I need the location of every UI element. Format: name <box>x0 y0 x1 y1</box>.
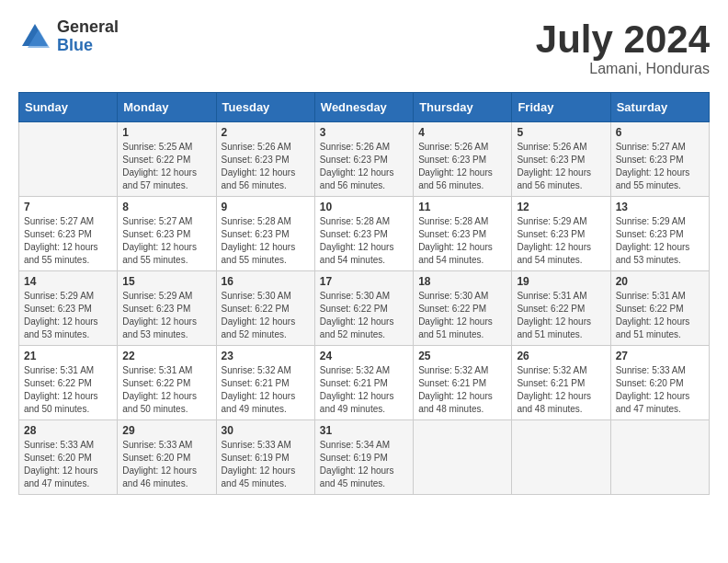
day-number: 15 <box>122 275 210 288</box>
cell-info: Sunrise: 5:31 AM Sunset: 6:22 PM Dayligh… <box>517 290 605 341</box>
cell-info: Sunrise: 5:31 AM Sunset: 6:22 PM Dayligh… <box>616 290 704 341</box>
calendar-cell: 12Sunrise: 5:29 AM Sunset: 6:23 PM Dayli… <box>512 197 610 271</box>
week-row: 14Sunrise: 5:29 AM Sunset: 6:23 PM Dayli… <box>19 271 710 346</box>
day-number: 8 <box>122 201 210 213</box>
day-number: 2 <box>222 126 310 139</box>
day-number: 25 <box>418 350 506 362</box>
cell-info: Sunrise: 5:27 AM Sunset: 6:23 PM Dayligh… <box>616 141 704 192</box>
week-row: 28Sunrise: 5:33 AM Sunset: 6:20 PM Dayli… <box>19 420 710 495</box>
cell-info: Sunrise: 5:29 AM Sunset: 6:23 PM Dayligh… <box>122 290 210 341</box>
day-number: 9 <box>222 201 310 213</box>
logo-blue: Blue <box>57 37 119 55</box>
cell-info: Sunrise: 5:32 AM Sunset: 6:21 PM Dayligh… <box>418 364 506 416</box>
calendar-cell: 27Sunrise: 5:33 AM Sunset: 6:20 PM Dayli… <box>610 346 709 420</box>
day-number: 14 <box>24 275 112 288</box>
day-number: 18 <box>418 275 506 288</box>
calendar-cell: 15Sunrise: 5:29 AM Sunset: 6:23 PM Dayli… <box>118 271 216 346</box>
cell-info: Sunrise: 5:32 AM Sunset: 6:21 PM Dayligh… <box>222 364 310 416</box>
cell-info: Sunrise: 5:30 AM Sunset: 6:22 PM Dayligh… <box>320 290 408 341</box>
calendar-cell: 1Sunrise: 5:25 AM Sunset: 6:22 PM Daylig… <box>118 122 216 197</box>
cell-info: Sunrise: 5:34 AM Sunset: 6:19 PM Dayligh… <box>320 439 408 490</box>
calendar-cell: 7Sunrise: 5:27 AM Sunset: 6:23 PM Daylig… <box>19 197 118 271</box>
calendar-cell: 18Sunrise: 5:30 AM Sunset: 6:22 PM Dayli… <box>414 271 512 346</box>
title-area: July 2024 Lamani, Honduras <box>536 18 710 77</box>
day-number: 28 <box>24 424 112 437</box>
logo-text: General Blue <box>57 18 119 55</box>
cell-info: Sunrise: 5:27 AM Sunset: 6:23 PM Dayligh… <box>24 215 112 267</box>
calendar-cell: 25Sunrise: 5:32 AM Sunset: 6:21 PM Dayli… <box>414 346 512 420</box>
calendar-table: SundayMondayTuesdayWednesdayThursdayFrid… <box>18 92 710 495</box>
cell-info: Sunrise: 5:33 AM Sunset: 6:20 PM Dayligh… <box>616 364 704 416</box>
week-row: 7Sunrise: 5:27 AM Sunset: 6:23 PM Daylig… <box>19 197 710 271</box>
calendar-cell: 4Sunrise: 5:26 AM Sunset: 6:23 PM Daylig… <box>414 122 512 197</box>
day-number: 1 <box>122 126 210 139</box>
logo-general: General <box>57 18 119 37</box>
calendar-cell: 26Sunrise: 5:32 AM Sunset: 6:21 PM Dayli… <box>512 346 610 420</box>
header: General Blue July 2024 Lamani, Honduras <box>18 18 710 77</box>
header-cell-thursday: Thursday <box>414 93 512 122</box>
cell-info: Sunrise: 5:29 AM Sunset: 6:23 PM Dayligh… <box>24 290 112 341</box>
cell-info: Sunrise: 5:26 AM Sunset: 6:23 PM Dayligh… <box>320 141 408 192</box>
location-subtitle: Lamani, Honduras <box>536 61 710 77</box>
calendar-cell: 19Sunrise: 5:31 AM Sunset: 6:22 PM Dayli… <box>512 271 610 346</box>
day-number: 19 <box>517 275 605 288</box>
day-number: 6 <box>616 126 704 139</box>
cell-info: Sunrise: 5:25 AM Sunset: 6:22 PM Dayligh… <box>122 141 210 192</box>
calendar-cell: 24Sunrise: 5:32 AM Sunset: 6:21 PM Dayli… <box>314 346 413 420</box>
cell-info: Sunrise: 5:33 AM Sunset: 6:20 PM Dayligh… <box>24 439 112 490</box>
cell-info: Sunrise: 5:30 AM Sunset: 6:22 PM Dayligh… <box>418 290 506 341</box>
day-number: 21 <box>24 350 112 362</box>
calendar-cell: 17Sunrise: 5:30 AM Sunset: 6:22 PM Dayli… <box>314 271 413 346</box>
calendar-cell: 29Sunrise: 5:33 AM Sunset: 6:20 PM Dayli… <box>118 420 216 495</box>
day-number: 12 <box>517 201 605 213</box>
header-cell-tuesday: Tuesday <box>216 93 314 122</box>
calendar-cell: 9Sunrise: 5:28 AM Sunset: 6:23 PM Daylig… <box>216 197 314 271</box>
week-row: 1Sunrise: 5:25 AM Sunset: 6:22 PM Daylig… <box>19 122 710 197</box>
calendar-cell: 10Sunrise: 5:28 AM Sunset: 6:23 PM Dayli… <box>314 197 413 271</box>
cell-info: Sunrise: 5:31 AM Sunset: 6:22 PM Dayligh… <box>122 364 210 416</box>
day-number: 23 <box>222 350 310 362</box>
day-number: 4 <box>418 126 506 139</box>
day-number: 20 <box>616 275 704 288</box>
cell-info: Sunrise: 5:26 AM Sunset: 6:23 PM Dayligh… <box>418 141 506 192</box>
cell-info: Sunrise: 5:32 AM Sunset: 6:21 PM Dayligh… <box>517 364 605 416</box>
cell-info: Sunrise: 5:28 AM Sunset: 6:23 PM Dayligh… <box>222 215 310 267</box>
header-row: SundayMondayTuesdayWednesdayThursdayFrid… <box>19 93 710 122</box>
cell-info: Sunrise: 5:26 AM Sunset: 6:23 PM Dayligh… <box>222 141 310 192</box>
calendar-cell <box>19 122 118 197</box>
calendar-cell: 21Sunrise: 5:31 AM Sunset: 6:22 PM Dayli… <box>19 346 118 420</box>
calendar-cell <box>512 420 610 495</box>
cell-info: Sunrise: 5:28 AM Sunset: 6:23 PM Dayligh… <box>418 215 506 267</box>
cell-info: Sunrise: 5:31 AM Sunset: 6:22 PM Dayligh… <box>24 364 112 416</box>
calendar-header: SundayMondayTuesdayWednesdayThursdayFrid… <box>19 93 710 122</box>
header-cell-sunday: Sunday <box>19 93 118 122</box>
day-number: 26 <box>517 350 605 362</box>
calendar-cell: 14Sunrise: 5:29 AM Sunset: 6:23 PM Dayli… <box>19 271 118 346</box>
calendar-cell: 2Sunrise: 5:26 AM Sunset: 6:23 PM Daylig… <box>216 122 314 197</box>
day-number: 17 <box>320 275 408 288</box>
header-cell-friday: Friday <box>512 93 610 122</box>
day-number: 31 <box>320 424 408 437</box>
header-cell-monday: Monday <box>118 93 216 122</box>
calendar-cell: 23Sunrise: 5:32 AM Sunset: 6:21 PM Dayli… <box>216 346 314 420</box>
day-number: 29 <box>122 424 210 437</box>
calendar-cell: 20Sunrise: 5:31 AM Sunset: 6:22 PM Dayli… <box>610 271 709 346</box>
day-number: 13 <box>616 201 704 213</box>
cell-info: Sunrise: 5:30 AM Sunset: 6:22 PM Dayligh… <box>222 290 310 341</box>
calendar-cell: 5Sunrise: 5:26 AM Sunset: 6:23 PM Daylig… <box>512 122 610 197</box>
logo-icon <box>18 20 51 53</box>
cell-info: Sunrise: 5:29 AM Sunset: 6:23 PM Dayligh… <box>616 215 704 267</box>
day-number: 7 <box>24 201 112 213</box>
day-number: 3 <box>320 126 408 139</box>
week-row: 21Sunrise: 5:31 AM Sunset: 6:22 PM Dayli… <box>19 346 710 420</box>
calendar-cell: 11Sunrise: 5:28 AM Sunset: 6:23 PM Dayli… <box>414 197 512 271</box>
calendar-cell: 6Sunrise: 5:27 AM Sunset: 6:23 PM Daylig… <box>610 122 709 197</box>
day-number: 27 <box>616 350 704 362</box>
calendar-cell: 30Sunrise: 5:33 AM Sunset: 6:19 PM Dayli… <box>216 420 314 495</box>
calendar-cell: 16Sunrise: 5:30 AM Sunset: 6:22 PM Dayli… <box>216 271 314 346</box>
cell-info: Sunrise: 5:27 AM Sunset: 6:23 PM Dayligh… <box>122 215 210 267</box>
month-title: July 2024 <box>536 18 710 61</box>
cell-info: Sunrise: 5:29 AM Sunset: 6:23 PM Dayligh… <box>517 215 605 267</box>
calendar-cell <box>610 420 709 495</box>
day-number: 11 <box>418 201 506 213</box>
